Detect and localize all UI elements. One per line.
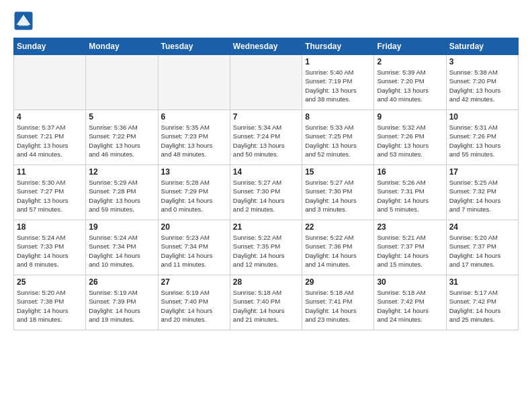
calendar-cell: 18Sunrise: 5:24 AM Sunset: 7:33 PM Dayli… [14, 220, 86, 275]
calendar-cell [230, 55, 302, 110]
weekday-header-friday: Friday [374, 38, 446, 55]
calendar-body: 1Sunrise: 5:40 AM Sunset: 7:19 PM Daylig… [14, 55, 519, 330]
week-row-5: 25Sunrise: 5:20 AM Sunset: 7:38 PM Dayli… [14, 275, 519, 330]
calendar-cell: 30Sunrise: 5:18 AM Sunset: 7:42 PM Dayli… [374, 275, 446, 330]
weekday-header-monday: Monday [86, 38, 158, 55]
day-number: 24 [449, 222, 515, 232]
calendar-cell: 1Sunrise: 5:40 AM Sunset: 7:19 PM Daylig… [302, 55, 374, 110]
calendar-cell: 7Sunrise: 5:34 AM Sunset: 7:24 PM Daylig… [230, 110, 302, 165]
calendar-cell: 19Sunrise: 5:24 AM Sunset: 7:34 PM Dayli… [86, 220, 158, 275]
day-info: Sunrise: 5:33 AM Sunset: 7:25 PM Dayligh… [305, 123, 371, 158]
calendar-cell: 4Sunrise: 5:37 AM Sunset: 7:21 PM Daylig… [14, 110, 86, 165]
day-info: Sunrise: 5:37 AM Sunset: 7:21 PM Dayligh… [17, 123, 83, 158]
day-number: 1 [305, 57, 371, 66]
day-info: Sunrise: 5:22 AM Sunset: 7:36 PM Dayligh… [305, 233, 371, 269]
calendar-cell: 20Sunrise: 5:23 AM Sunset: 7:34 PM Dayli… [158, 220, 230, 275]
logo-icon [13, 11, 34, 31]
day-number: 25 [17, 277, 83, 287]
day-number: 22 [305, 222, 371, 232]
day-number: 8 [305, 112, 371, 122]
day-info: Sunrise: 5:19 AM Sunset: 7:39 PM Dayligh… [89, 288, 154, 324]
day-number: 3 [449, 57, 515, 66]
day-info: Sunrise: 5:18 AM Sunset: 7:40 PM Dayligh… [233, 288, 299, 324]
day-number: 30 [377, 277, 443, 287]
calendar-cell: 26Sunrise: 5:19 AM Sunset: 7:39 PM Dayli… [86, 275, 158, 330]
day-info: Sunrise: 5:31 AM Sunset: 7:26 PM Dayligh… [449, 123, 515, 158]
day-info: Sunrise: 5:18 AM Sunset: 7:41 PM Dayligh… [305, 288, 371, 324]
day-info: Sunrise: 5:40 AM Sunset: 7:19 PM Dayligh… [305, 68, 371, 103]
calendar-cell: 15Sunrise: 5:27 AM Sunset: 7:30 PM Dayli… [302, 165, 374, 220]
calendar-cell: 21Sunrise: 5:22 AM Sunset: 7:35 PM Dayli… [230, 220, 302, 275]
day-info: Sunrise: 5:38 AM Sunset: 7:20 PM Dayligh… [449, 68, 515, 103]
calendar-cell: 5Sunrise: 5:36 AM Sunset: 7:22 PM Daylig… [86, 110, 158, 165]
week-row-4: 18Sunrise: 5:24 AM Sunset: 7:33 PM Dayli… [14, 220, 519, 275]
day-info: Sunrise: 5:39 AM Sunset: 7:20 PM Dayligh… [377, 68, 443, 103]
week-row-2: 4Sunrise: 5:37 AM Sunset: 7:21 PM Daylig… [14, 110, 519, 165]
day-number: 9 [377, 112, 443, 122]
day-info: Sunrise: 5:27 AM Sunset: 7:30 PM Dayligh… [305, 178, 371, 214]
logo [13, 11, 36, 31]
header [13, 11, 519, 31]
calendar-cell: 16Sunrise: 5:26 AM Sunset: 7:31 PM Dayli… [374, 165, 446, 220]
page: SundayMondayTuesdayWednesdayThursdayFrid… [0, 0, 532, 411]
day-info: Sunrise: 5:28 AM Sunset: 7:29 PM Dayligh… [161, 178, 227, 214]
day-number: 16 [377, 167, 443, 177]
day-info: Sunrise: 5:34 AM Sunset: 7:24 PM Dayligh… [233, 123, 299, 158]
day-info: Sunrise: 5:24 AM Sunset: 7:33 PM Dayligh… [17, 233, 83, 269]
day-number: 15 [305, 167, 371, 177]
week-row-1: 1Sunrise: 5:40 AM Sunset: 7:19 PM Daylig… [14, 55, 519, 110]
calendar-cell: 17Sunrise: 5:25 AM Sunset: 7:32 PM Dayli… [446, 165, 518, 220]
calendar-cell: 22Sunrise: 5:22 AM Sunset: 7:36 PM Dayli… [302, 220, 374, 275]
day-info: Sunrise: 5:19 AM Sunset: 7:40 PM Dayligh… [161, 288, 227, 324]
day-number: 19 [89, 222, 154, 232]
day-number: 5 [89, 112, 154, 122]
day-number: 14 [233, 167, 299, 177]
day-info: Sunrise: 5:35 AM Sunset: 7:23 PM Dayligh… [161, 123, 227, 158]
day-info: Sunrise: 5:29 AM Sunset: 7:28 PM Dayligh… [89, 178, 154, 214]
day-info: Sunrise: 5:17 AM Sunset: 7:42 PM Dayligh… [449, 288, 515, 324]
day-number: 11 [17, 167, 83, 177]
day-number: 26 [89, 277, 154, 287]
calendar-cell: 14Sunrise: 5:27 AM Sunset: 7:30 PM Dayli… [230, 165, 302, 220]
weekday-header-saturday: Saturday [446, 38, 518, 55]
calendar-cell: 6Sunrise: 5:35 AM Sunset: 7:23 PM Daylig… [158, 110, 230, 165]
day-info: Sunrise: 5:25 AM Sunset: 7:32 PM Dayligh… [449, 178, 515, 214]
weekday-header-tuesday: Tuesday [158, 38, 230, 55]
day-number: 18 [17, 222, 83, 232]
day-number: 27 [161, 277, 227, 287]
day-info: Sunrise: 5:36 AM Sunset: 7:22 PM Dayligh… [89, 123, 154, 158]
calendar-cell: 31Sunrise: 5:17 AM Sunset: 7:42 PM Dayli… [446, 275, 518, 330]
day-number: 10 [449, 112, 515, 122]
day-number: 12 [89, 167, 154, 177]
weekday-header-sunday: Sunday [14, 38, 86, 55]
day-info: Sunrise: 5:27 AM Sunset: 7:30 PM Dayligh… [233, 178, 299, 214]
calendar-cell: 28Sunrise: 5:18 AM Sunset: 7:40 PM Dayli… [230, 275, 302, 330]
day-info: Sunrise: 5:21 AM Sunset: 7:37 PM Dayligh… [377, 233, 443, 269]
day-number: 17 [449, 167, 515, 177]
day-info: Sunrise: 5:22 AM Sunset: 7:35 PM Dayligh… [233, 233, 299, 269]
calendar-cell: 27Sunrise: 5:19 AM Sunset: 7:40 PM Dayli… [158, 275, 230, 330]
day-number: 2 [377, 57, 443, 66]
day-number: 20 [161, 222, 227, 232]
weekday-header-thursday: Thursday [302, 38, 374, 55]
weekday-header-wednesday: Wednesday [230, 38, 302, 55]
day-number: 7 [233, 112, 299, 122]
day-number: 29 [305, 277, 371, 287]
calendar-cell: 12Sunrise: 5:29 AM Sunset: 7:28 PM Dayli… [86, 165, 158, 220]
day-number: 13 [161, 167, 227, 177]
calendar-cell: 25Sunrise: 5:20 AM Sunset: 7:38 PM Dayli… [14, 275, 86, 330]
calendar-header: SundayMondayTuesdayWednesdayThursdayFrid… [14, 38, 519, 55]
calendar-cell: 3Sunrise: 5:38 AM Sunset: 7:20 PM Daylig… [446, 55, 518, 110]
weekday-row: SundayMondayTuesdayWednesdayThursdayFrid… [14, 38, 519, 55]
calendar-cell [14, 55, 86, 110]
calendar-cell: 11Sunrise: 5:30 AM Sunset: 7:27 PM Dayli… [14, 165, 86, 220]
week-row-3: 11Sunrise: 5:30 AM Sunset: 7:27 PM Dayli… [14, 165, 519, 220]
day-info: Sunrise: 5:18 AM Sunset: 7:42 PM Dayligh… [377, 288, 443, 324]
day-info: Sunrise: 5:30 AM Sunset: 7:27 PM Dayligh… [17, 178, 83, 214]
calendar: SundayMondayTuesdayWednesdayThursdayFrid… [13, 38, 519, 330]
day-number: 23 [377, 222, 443, 232]
calendar-cell: 2Sunrise: 5:39 AM Sunset: 7:20 PM Daylig… [374, 55, 446, 110]
day-info: Sunrise: 5:23 AM Sunset: 7:34 PM Dayligh… [161, 233, 227, 269]
day-number: 4 [17, 112, 83, 122]
calendar-cell: 29Sunrise: 5:18 AM Sunset: 7:41 PM Dayli… [302, 275, 374, 330]
